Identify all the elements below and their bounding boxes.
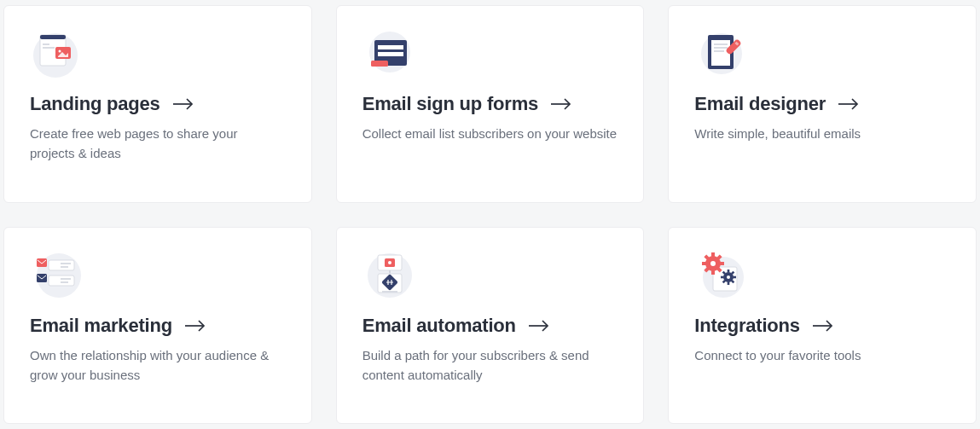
arrow-right-icon <box>528 320 550 332</box>
svg-rect-47 <box>711 270 715 275</box>
svg-rect-17 <box>714 43 728 45</box>
card-title: Email marketing <box>30 315 172 337</box>
svg-rect-57 <box>728 281 730 285</box>
card-title-row: Landing pages <box>30 93 287 115</box>
card-title: Email sign up forms <box>362 93 538 115</box>
landing-pages-icon <box>30 26 84 81</box>
svg-rect-29 <box>61 278 71 280</box>
svg-rect-58 <box>721 275 724 278</box>
svg-rect-31 <box>37 274 47 282</box>
arrow-right-icon <box>550 98 572 110</box>
svg-rect-24 <box>49 260 74 270</box>
svg-rect-40 <box>382 291 397 293</box>
svg-rect-56 <box>728 270 730 273</box>
arrow-right-icon <box>184 320 206 332</box>
svg-rect-12 <box>371 61 388 67</box>
card-landing-pages[interactable]: Landing pages Create free web pages to s… <box>3 5 312 203</box>
arrow-right-icon <box>812 320 834 332</box>
card-title-row: Email sign up forms <box>362 93 620 115</box>
svg-rect-49 <box>720 262 724 265</box>
card-desc: Write simple, beautiful emails <box>694 124 950 143</box>
email-designer-icon <box>694 26 749 81</box>
card-title-row: Email designer <box>694 93 952 115</box>
card-desc: Connect to your favorite tools <box>694 345 950 365</box>
svg-point-45 <box>710 261 716 266</box>
card-title-row: Integrations <box>694 315 952 337</box>
card-integrations[interactable]: Integrations Connect to your favorite to… <box>668 227 977 425</box>
card-title: Integrations <box>694 315 800 337</box>
card-title-row: Email marketing <box>30 315 287 337</box>
svg-point-36 <box>388 261 391 264</box>
svg-rect-19 <box>714 50 724 52</box>
integrations-icon <box>694 248 749 303</box>
svg-rect-11 <box>378 52 403 56</box>
svg-rect-59 <box>734 275 737 278</box>
card-title: Email automation <box>362 315 516 337</box>
card-title: Landing pages <box>30 93 160 115</box>
card-desc: Build a path for your subscribers & send… <box>362 345 618 386</box>
card-title: Email designer <box>694 93 826 115</box>
svg-rect-2 <box>40 35 66 39</box>
card-desc: Create free web pages to share your proj… <box>30 124 286 164</box>
card-desc: Own the relationship with your audience … <box>30 345 286 386</box>
svg-rect-25 <box>61 263 71 264</box>
email-automation-icon <box>362 248 417 303</box>
arrow-right-icon <box>172 98 194 110</box>
feature-card-grid: Landing pages Create free web pages to s… <box>3 5 977 424</box>
svg-point-6 <box>59 50 61 53</box>
svg-rect-10 <box>378 45 403 49</box>
card-desc: Collect email list subscribers on your w… <box>362 124 618 143</box>
signup-forms-icon <box>362 26 417 81</box>
svg-rect-26 <box>61 266 68 268</box>
card-email-marketing[interactable]: Email marketing Own the relationship wit… <box>3 227 312 425</box>
svg-rect-46 <box>711 252 715 257</box>
card-title-row: Email automation <box>362 315 620 337</box>
email-marketing-icon <box>30 248 84 303</box>
svg-rect-18 <box>714 47 728 49</box>
card-email-automation[interactable]: Email automation Build a path for your s… <box>336 227 645 425</box>
svg-rect-27 <box>37 258 47 267</box>
svg-rect-3 <box>43 43 49 45</box>
svg-rect-28 <box>49 275 74 286</box>
card-email-designer[interactable]: Email designer Write simple, beautiful e… <box>668 5 977 203</box>
svg-rect-4 <box>43 47 55 49</box>
arrow-right-icon <box>838 98 860 110</box>
card-email-signup-forms[interactable]: Email sign up forms Collect email list s… <box>336 5 645 203</box>
svg-point-55 <box>727 275 730 279</box>
svg-rect-48 <box>702 262 706 265</box>
svg-rect-30 <box>61 281 68 283</box>
